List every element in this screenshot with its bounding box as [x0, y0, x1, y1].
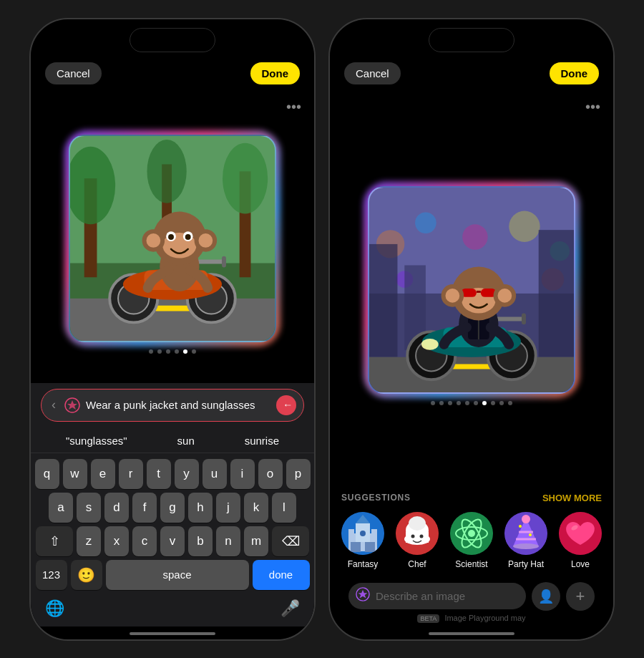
- key-h[interactable]: h: [188, 493, 213, 523]
- love-label: Love: [571, 559, 590, 569]
- suggestion-love[interactable]: Love: [559, 512, 602, 569]
- svg-point-34: [462, 224, 488, 250]
- show-more-button[interactable]: SHOW MORE: [542, 493, 602, 503]
- key-j[interactable]: j: [216, 493, 240, 523]
- autocomplete-bar: "sunglasses" sun sunrise: [31, 429, 314, 453]
- scientist-label: Scientist: [455, 559, 487, 569]
- monkey-scene-svg-1: [70, 136, 275, 341]
- send-arrow-icon: ↑: [280, 402, 292, 407]
- key-e[interactable]: e: [91, 459, 115, 489]
- key-m[interactable]: m: [244, 526, 268, 556]
- suggestion-fantasy[interactable]: Fantasy: [341, 512, 384, 569]
- key-123[interactable]: 123: [36, 560, 67, 590]
- svg-point-95: [529, 533, 532, 536]
- key-f[interactable]: f: [132, 493, 157, 523]
- person-button[interactable]: 👤: [532, 582, 560, 611]
- svg-rect-17: [222, 256, 226, 268]
- suggestion-chef[interactable]: Chef: [396, 512, 439, 569]
- describe-icon-svg: [356, 587, 370, 601]
- plus-button[interactable]: +: [566, 582, 595, 611]
- key-delete[interactable]: ⌫: [272, 526, 309, 556]
- dots-indicator-1: [149, 349, 196, 354]
- key-z[interactable]: z: [77, 526, 101, 556]
- key-g[interactable]: g: [160, 493, 185, 523]
- love-svg: [559, 512, 602, 555]
- key-i[interactable]: i: [230, 459, 255, 489]
- key-y[interactable]: y: [175, 459, 199, 489]
- globe-icon[interactable]: 🌐: [45, 599, 64, 618]
- autocomplete-sunrise[interactable]: sunrise: [239, 433, 285, 448]
- done-button-2[interactable]: Done: [550, 62, 600, 84]
- key-emoji[interactable]: 🙂: [71, 560, 102, 590]
- person-icon: 👤: [538, 589, 554, 604]
- partyhat-icon: [504, 512, 547, 555]
- key-o[interactable]: o: [258, 459, 283, 489]
- svg-rect-52: [522, 313, 526, 324]
- svg-rect-16: [197, 260, 225, 264]
- key-x[interactable]: x: [104, 526, 129, 556]
- key-v[interactable]: v: [160, 526, 185, 556]
- fantasy-svg: [341, 512, 384, 555]
- cancel-button-2[interactable]: Cancel: [344, 62, 401, 84]
- svg-point-83: [468, 530, 475, 537]
- suggestions-header: SUGGESTIONS SHOW MORE: [341, 493, 602, 503]
- key-t[interactable]: t: [147, 459, 171, 489]
- autocomplete-sunglasses[interactable]: "sunglasses": [60, 433, 133, 448]
- partyhat-label: Party Hat: [508, 559, 544, 569]
- svg-point-5: [223, 143, 268, 214]
- key-row-1: q w e r t y u i o p: [34, 459, 311, 489]
- key-p[interactable]: p: [286, 459, 311, 489]
- phone-1: Cancel Done •••: [29, 18, 316, 641]
- svg-rect-71: [365, 542, 375, 552]
- key-a[interactable]: a: [49, 493, 73, 523]
- key-shift[interactable]: ⇧: [36, 526, 73, 556]
- home-indicator-1: [130, 632, 215, 635]
- dots-indicator-2: [431, 401, 512, 405]
- key-space[interactable]: space: [106, 560, 249, 590]
- dot-4: [175, 349, 179, 354]
- back-arrow-icon[interactable]: ‹: [49, 397, 59, 412]
- key-done[interactable]: done: [253, 560, 310, 590]
- svg-rect-9: [155, 306, 190, 311]
- mic-icon[interactable]: 🎤: [280, 599, 300, 618]
- key-r[interactable]: r: [119, 459, 143, 489]
- autocomplete-sun[interactable]: sun: [172, 433, 200, 448]
- phone-2: Cancel Done •••: [328, 18, 615, 641]
- svg-point-79: [409, 516, 426, 531]
- key-q[interactable]: q: [35, 459, 59, 489]
- suggestions-label: SUGGESTIONS: [341, 493, 411, 503]
- dot-3: [166, 349, 170, 354]
- key-u[interactable]: u: [203, 459, 227, 489]
- key-w[interactable]: w: [63, 459, 87, 489]
- key-b[interactable]: b: [188, 526, 213, 556]
- send-button[interactable]: ↑: [276, 395, 296, 415]
- monkey-img-bg-2: [368, 186, 575, 394]
- suggestion-partyhat[interactable]: Party Hat: [504, 512, 547, 569]
- key-d[interactable]: d: [104, 493, 129, 523]
- key-k[interactable]: k: [244, 493, 268, 523]
- key-n[interactable]: n: [216, 526, 240, 556]
- dot2-10: [508, 401, 512, 405]
- key-c[interactable]: c: [132, 526, 157, 556]
- svg-rect-60: [477, 290, 481, 292]
- key-row-2: a s d f g h j k l: [34, 493, 311, 523]
- suggestions-area: SUGGESTIONS SHOW MORE: [330, 485, 613, 576]
- key-l[interactable]: l: [272, 493, 296, 523]
- key-row-3: ⇧ z x c v b n m ⌫: [34, 526, 311, 556]
- chef-icon: [396, 512, 439, 555]
- top-bar-1: Cancel Done: [31, 62, 314, 92]
- svg-point-74: [360, 531, 366, 536]
- ai-prompt-icon: [64, 397, 80, 413]
- prompt-bar[interactable]: ‹ Wear a punk jacket and sunglasses ↑: [41, 389, 304, 422]
- describe-input[interactable]: Describe an image: [348, 583, 526, 609]
- suggestion-scientist[interactable]: Scientist: [450, 512, 493, 569]
- more-button-1[interactable]: •••: [286, 99, 301, 115]
- done-button-1[interactable]: Done: [250, 62, 301, 84]
- scientist-icon: [450, 512, 493, 555]
- more-button-2[interactable]: •••: [585, 99, 600, 115]
- svg-point-62: [446, 289, 460, 303]
- key-s[interactable]: s: [77, 493, 101, 523]
- cancel-button-1[interactable]: Cancel: [45, 62, 102, 84]
- dot2-9: [499, 401, 504, 405]
- image-area-1: •••: [31, 92, 314, 383]
